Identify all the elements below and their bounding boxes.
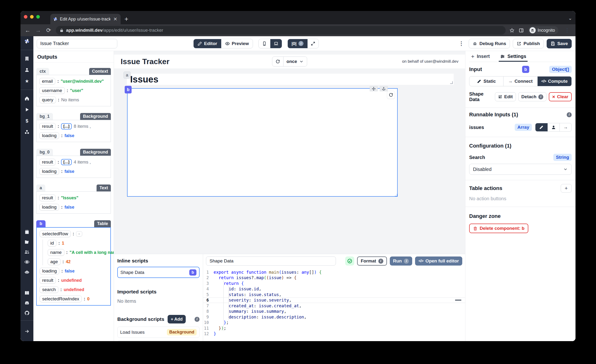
output-key[interactable]: selectedRow <box>40 230 71 237</box>
output-key[interactable]: result <box>40 277 56 284</box>
table-component-b[interactable]: b <box>127 88 398 197</box>
forward-icon[interactable]: → <box>35 27 41 34</box>
output-key[interactable]: result <box>39 123 56 130</box>
new-tab-button[interactable]: + <box>124 15 128 24</box>
close-window-button[interactable] <box>24 15 27 19</box>
delete-component-button[interactable]: Delete component: b <box>469 223 528 233</box>
output-key[interactable]: query <box>39 97 56 103</box>
tab-list-chevron-icon[interactable]: ⌄ <box>568 15 572 24</box>
code-editor[interactable]: 1export async function main(issues: any[… <box>203 268 465 341</box>
tab-insert[interactable]: + Insert <box>471 51 490 62</box>
code-line[interactable]: 3 return { <box>203 281 465 286</box>
output-key[interactable]: loading <box>40 268 59 274</box>
output-key[interactable]: username <box>39 87 65 94</box>
windmill-logo-icon[interactable] <box>24 39 30 44</box>
edit-button[interactable]: Edit <box>495 92 516 101</box>
folders-icon[interactable] <box>24 239 30 245</box>
background-script-item[interactable]: Load Issues Background <box>117 327 200 338</box>
save-button[interactable]: Save <box>547 39 572 48</box>
connect-input-button[interactable]: → <box>560 123 571 131</box>
app-canvas[interactable]: Issue Tracker once <box>114 51 465 254</box>
back-icon[interactable]: ← <box>24 27 31 34</box>
resources-cubes-icon[interactable] <box>24 129 30 135</box>
workspace-building-icon[interactable] <box>24 56 30 61</box>
home-icon[interactable] <box>24 96 30 101</box>
resize-handle-icon[interactable] <box>395 194 398 197</box>
script-name-input[interactable] <box>206 256 336 266</box>
detach-button[interactable]: Detach i <box>518 92 546 101</box>
code-line[interactable]: 6 severity: issue.severity, <box>203 297 465 303</box>
output-block-id[interactable]: b <box>36 220 45 227</box>
fullscreen-button[interactable] <box>307 39 319 48</box>
inline-script-item[interactable]: Shape Data b <box>117 267 200 278</box>
refresh-component-icon[interactable] <box>387 91 395 99</box>
text-component-a[interactable]: a Issues <box>127 74 454 85</box>
favorites-star-icon[interactable]: ★ <box>24 78 30 84</box>
more-menu-icon[interactable]: ⋮ <box>457 41 466 47</box>
tab-close-icon[interactable]: ✕ <box>113 16 118 22</box>
code-line[interactable]: 1export async function main(issues: any[… <box>203 269 465 275</box>
ai-robot-icon[interactable] <box>24 269 30 275</box>
code-line[interactable]: 4 id: issue.id, <box>203 286 465 292</box>
code-line[interactable]: 7 created_at: issue.created_at, <box>203 303 465 309</box>
collapse-chip[interactable]: - <box>76 231 82 237</box>
user-input-button[interactable] <box>548 123 560 131</box>
bookmark-star-icon[interactable] <box>509 28 514 33</box>
compute-mode-button[interactable]: </> Compute <box>538 76 571 86</box>
outputs-counter-button[interactable]: |0| i <box>288 39 307 48</box>
docs-book-icon[interactable] <box>24 290 30 296</box>
discord-icon[interactable] <box>24 300 30 306</box>
output-key[interactable]: result <box>39 159 56 165</box>
open-full-editor-button[interactable]: </> Open full editor <box>415 256 462 266</box>
browser-menu-icon[interactable]: ⋮ <box>563 27 572 33</box>
output-key[interactable]: id <box>48 240 57 246</box>
audit-eye-icon[interactable] <box>24 259 30 265</box>
format-button[interactable]: Format i <box>357 256 387 266</box>
output-key[interactable]: selectedRowIndex <box>40 296 82 302</box>
reload-icon[interactable]: ⟳ <box>45 27 52 34</box>
output-key[interactable]: email <box>39 78 55 85</box>
github-icon[interactable] <box>24 310 30 316</box>
output-key[interactable]: loading <box>39 168 59 175</box>
output-key[interactable]: loading <box>39 204 59 210</box>
refresh-mode-dropdown[interactable]: once <box>283 57 307 66</box>
output-key[interactable]: loading <box>39 132 59 139</box>
groups-users-icon[interactable] <box>24 249 30 255</box>
app-name-input[interactable] <box>37 39 117 48</box>
runs-play-icon[interactable] <box>24 107 30 112</box>
output-block-id[interactable]: a <box>36 185 45 191</box>
anchor-component-icon[interactable] <box>380 86 388 91</box>
resize-handle-icon[interactable] <box>450 81 453 84</box>
run-button[interactable]: Run i <box>390 256 412 266</box>
clear-button[interactable]: × Clear <box>549 92 572 101</box>
variables-dollar-icon[interactable]: $ <box>24 118 30 124</box>
code-line[interactable]: 10 }; <box>203 320 465 326</box>
code-line[interactable]: 5 status: issue.status, <box>203 292 465 297</box>
address-bar[interactable]: app.windmill.dev/apps/edit/u/user/issue-… <box>56 26 506 35</box>
code-line[interactable]: 2 return issues?.map((issue) => { <box>203 275 465 281</box>
output-key[interactable]: result <box>39 194 56 201</box>
output-block-id[interactable]: bg_0 <box>36 149 53 156</box>
code-line[interactable]: 11 }); <box>203 325 465 331</box>
connect-mode-button[interactable]: → Connect <box>504 76 538 86</box>
side-panel-icon[interactable] <box>519 28 524 33</box>
output-key[interactable]: search <box>40 286 58 293</box>
collapse-arrow-icon[interactable] <box>24 329 30 334</box>
mobile-view-button[interactable] <box>259 39 270 48</box>
schedules-calendar-icon[interactable] <box>24 229 30 235</box>
expand-array-chip[interactable]: [...] <box>61 159 72 165</box>
expand-array-chip[interactable]: [...] <box>61 123 72 129</box>
output-key[interactable]: name <box>48 249 64 256</box>
maximize-window-button[interactable] <box>36 15 40 19</box>
static-mode-button[interactable]: Static <box>469 76 504 86</box>
publish-button[interactable]: Publish <box>513 39 544 48</box>
minimize-window-button[interactable] <box>30 15 34 19</box>
browser-tab[interactable]: Edit App u/user/issue-tracker | ✕ <box>50 14 121 24</box>
refresh-app-button[interactable] <box>272 57 283 66</box>
code-line[interactable]: 12} <box>203 331 465 337</box>
editor-mode-button[interactable]: Editor <box>194 39 221 48</box>
add-background-script-button[interactable]: + Add <box>168 315 186 323</box>
output-block-id[interactable]: ctx <box>36 68 49 75</box>
static-edit-button[interactable] <box>536 123 548 131</box>
tab-settings[interactable]: Settings <box>500 51 526 62</box>
